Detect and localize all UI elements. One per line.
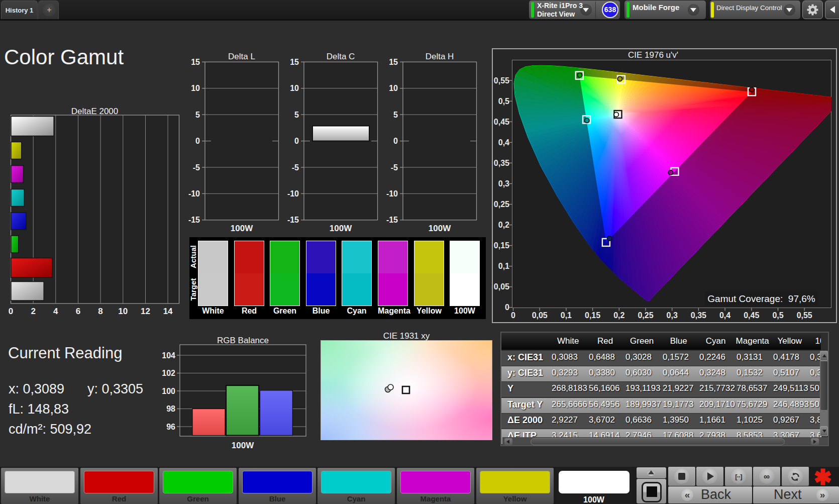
svg-text:-15: -15 xyxy=(386,216,398,224)
svg-text:0,05: 0,05 xyxy=(494,282,509,291)
svg-text:0,25: 0,25 xyxy=(638,311,653,320)
svg-text:-15: -15 xyxy=(287,216,299,224)
svg-text:-10: -10 xyxy=(188,189,200,198)
svg-text:14: 14 xyxy=(163,307,173,316)
svg-text:0: 0 xyxy=(511,311,515,320)
svg-text:-5: -5 xyxy=(193,163,200,172)
svg-text:0,2: 0,2 xyxy=(498,221,509,229)
svg-text:15: 15 xyxy=(389,58,398,66)
svg-text:6: 6 xyxy=(76,307,80,316)
svg-text:2: 2 xyxy=(31,307,35,316)
svg-text:0: 0 xyxy=(195,137,200,145)
svg-text:0,3: 0,3 xyxy=(667,311,678,320)
svg-text:0,1: 0,1 xyxy=(498,262,509,270)
svg-text:0: 0 xyxy=(294,137,299,145)
svg-text:0: 0 xyxy=(505,303,509,312)
svg-text:10: 10 xyxy=(290,84,299,92)
svg-text:0,55: 0,55 xyxy=(494,76,509,85)
svg-text:0,2: 0,2 xyxy=(613,311,624,320)
svg-text:0,25: 0,25 xyxy=(494,200,509,209)
svg-text:10: 10 xyxy=(118,307,128,316)
svg-text:15: 15 xyxy=(290,58,299,66)
svg-text:0,35: 0,35 xyxy=(494,159,509,167)
svg-text:0,55: 0,55 xyxy=(797,311,812,320)
svg-text:-10: -10 xyxy=(287,189,299,198)
svg-text:98: 98 xyxy=(166,405,175,413)
svg-text:-10: -10 xyxy=(386,189,398,198)
svg-text:0,45: 0,45 xyxy=(494,118,509,126)
svg-text:10: 10 xyxy=(191,84,200,92)
svg-text:-5: -5 xyxy=(292,163,299,172)
svg-text:0,5: 0,5 xyxy=(498,97,509,106)
svg-text:0,05: 0,05 xyxy=(532,311,548,320)
svg-text:-5: -5 xyxy=(391,163,398,172)
svg-text:0,3: 0,3 xyxy=(498,179,509,188)
svg-text:100: 100 xyxy=(162,387,175,395)
svg-text:100W: 100W xyxy=(429,224,451,233)
svg-text:5: 5 xyxy=(294,111,299,119)
svg-text:104: 104 xyxy=(162,351,175,360)
svg-text:-15: -15 xyxy=(188,216,200,224)
svg-text:10: 10 xyxy=(389,84,398,92)
svg-text:0,4: 0,4 xyxy=(498,138,509,147)
svg-text:0,45: 0,45 xyxy=(744,311,759,320)
svg-text:0,4: 0,4 xyxy=(719,311,730,320)
svg-text:4: 4 xyxy=(53,307,58,316)
svg-text:0,15: 0,15 xyxy=(494,241,509,250)
svg-text:0,15: 0,15 xyxy=(585,311,600,320)
svg-text:100W: 100W xyxy=(232,441,254,450)
svg-text:5: 5 xyxy=(393,111,398,119)
svg-text:102: 102 xyxy=(162,369,175,377)
svg-text:12: 12 xyxy=(141,307,150,316)
svg-text:8: 8 xyxy=(98,307,102,316)
svg-text:0: 0 xyxy=(393,137,398,145)
svg-text:0: 0 xyxy=(9,307,13,316)
svg-text:100W: 100W xyxy=(330,224,352,233)
svg-text:5: 5 xyxy=(195,111,200,119)
svg-text:0,35: 0,35 xyxy=(691,311,706,320)
svg-text:96: 96 xyxy=(166,423,175,431)
svg-text:0,1: 0,1 xyxy=(561,311,572,320)
svg-text:15: 15 xyxy=(191,58,200,66)
svg-text:0,5: 0,5 xyxy=(772,311,783,320)
svg-text:100W: 100W xyxy=(231,224,253,233)
